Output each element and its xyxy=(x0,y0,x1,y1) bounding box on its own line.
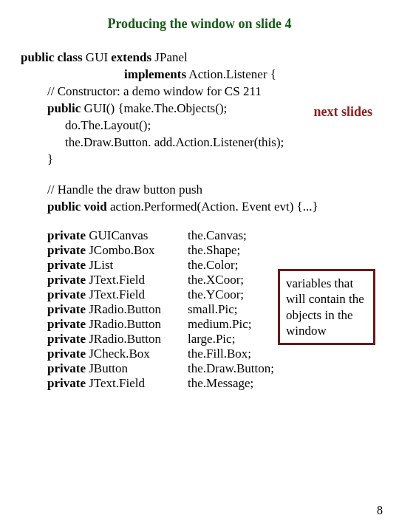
decl-name: the.Fill.Box; xyxy=(188,347,251,361)
decl-row: private JButtonthe.Draw.Button; xyxy=(47,361,378,376)
decl-type: private JCombo.Box xyxy=(47,243,188,258)
text: Action.Listener { xyxy=(186,67,276,81)
kw-public-class: public class xyxy=(21,50,83,64)
decl-name: the.XCoor; xyxy=(188,273,244,287)
code-line: implements Action.Listener { xyxy=(21,66,378,83)
code-line: public void action.Performed(Action. Eve… xyxy=(21,199,378,216)
decl-name: the.Color; xyxy=(188,258,238,273)
next-slides-label: next slides xyxy=(313,103,372,120)
slide: Producing the window on slide 4 next sli… xyxy=(0,0,399,532)
decl-name: small.Pic; xyxy=(188,302,238,317)
kw-implements: implements xyxy=(124,67,186,81)
decl-name: medium.Pic; xyxy=(188,317,251,332)
spacer xyxy=(21,168,378,182)
decl-type: private JText.Field xyxy=(47,287,188,302)
kw-public: public xyxy=(47,101,81,115)
decl-type: private JRadio.Button xyxy=(47,332,188,347)
decl-row: private JText.Fieldthe.Message; xyxy=(47,376,378,391)
decl-row: private JCheck.Boxthe.Fill.Box; xyxy=(47,347,378,361)
code-line: // Handle the draw button push xyxy=(21,182,378,199)
decl-type: private JCheck.Box xyxy=(47,347,188,361)
decl-type: private JList xyxy=(47,258,188,273)
decl-name: the.Canvas; xyxy=(188,228,247,243)
decl-row: private GUICanvasthe.Canvas; xyxy=(47,228,378,243)
text: JPanel xyxy=(151,50,188,64)
decl-name: the.Shape; xyxy=(188,243,240,258)
decl-type: private JButton xyxy=(47,361,188,376)
variables-note-box: variables that will contain the objects … xyxy=(278,269,375,345)
decl-type: private JText.Field xyxy=(47,376,188,391)
code-block: next slides public class GUI extends JPa… xyxy=(21,50,378,215)
decl-type: private GUICanvas xyxy=(47,228,188,243)
code-line: public class GUI extends JPanel xyxy=(21,50,378,66)
text: action.Performed(Action. Event evt) {...… xyxy=(107,200,318,214)
decl-type: private JRadio.Button xyxy=(47,317,188,332)
decl-type: private JText.Field xyxy=(47,273,188,287)
decl-name: large.Pic; xyxy=(188,332,235,347)
decl-row: private JCombo.Boxthe.Shape; xyxy=(47,243,378,258)
slide-title: Producing the window on slide 4 xyxy=(21,16,378,32)
decl-name: the.Draw.Button; xyxy=(188,361,274,376)
text: GUI xyxy=(83,50,112,64)
decl-name: the.Message; xyxy=(188,376,253,391)
decl-type: private JRadio.Button xyxy=(47,302,188,317)
code-line: } xyxy=(21,151,378,168)
code-line: // Constructor: a demo window for CS 211 xyxy=(21,83,378,100)
kw-extends: extends xyxy=(111,50,151,64)
text: GUI() {make.The.Objects(); xyxy=(81,101,227,115)
code-line: the.Draw.Button. add.Action.Listener(thi… xyxy=(21,134,378,151)
decl-name: the.YCoor; xyxy=(188,287,244,302)
page-number: 8 xyxy=(377,504,383,517)
kw-public-void: public void xyxy=(47,200,107,214)
